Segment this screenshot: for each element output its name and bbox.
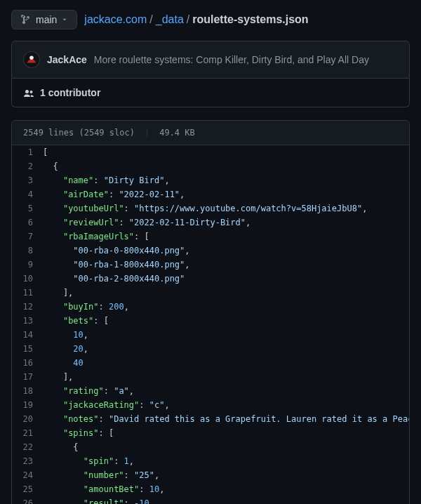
- code-line[interactable]: 12 "buyIn": 200,: [12, 300, 409, 314]
- avatar[interactable]: [23, 51, 40, 68]
- line-number[interactable]: 2: [12, 159, 43, 173]
- code-line[interactable]: 21 "spins": [: [12, 426, 409, 440]
- line-number[interactable]: 4: [12, 187, 43, 201]
- code-line[interactable]: 13 "bets": [: [12, 314, 409, 328]
- code-line[interactable]: 1[: [12, 145, 409, 159]
- line-number[interactable]: 9: [12, 258, 43, 272]
- branch-select-button[interactable]: main: [11, 10, 77, 29]
- code-line[interactable]: 23 "spin": 1,: [12, 454, 409, 468]
- line-number[interactable]: 19: [12, 398, 43, 412]
- contributors-row[interactable]: 1 contributor: [11, 79, 410, 107]
- line-number[interactable]: 16: [12, 356, 43, 370]
- code-line[interactable]: 26 "result": -10: [12, 496, 409, 504]
- line-content: 40: [43, 356, 409, 370]
- line-content: "00-rba-1-800x440.png",: [43, 258, 409, 272]
- line-content: 20,: [43, 342, 409, 356]
- line-number[interactable]: 15: [12, 342, 43, 356]
- line-number[interactable]: 21: [12, 426, 43, 440]
- line-number[interactable]: 5: [12, 201, 43, 215]
- line-content: "amountBet": 10,: [43, 482, 409, 496]
- line-number[interactable]: 18: [12, 384, 43, 398]
- line-number[interactable]: 11: [12, 286, 43, 300]
- commit-message[interactable]: More roulette systems: Comp Killer, Dirt…: [94, 54, 369, 65]
- line-content: "result": -10: [43, 496, 409, 504]
- file-size: 49.4 KB: [159, 128, 195, 138]
- breadcrumb-dir[interactable]: _data: [156, 13, 184, 25]
- line-content: "rating": "a",: [43, 384, 409, 398]
- code-line[interactable]: 15 20,: [12, 342, 409, 356]
- line-content: ],: [43, 370, 409, 384]
- line-number[interactable]: 12: [12, 300, 43, 314]
- line-number[interactable]: 24: [12, 468, 43, 482]
- line-number[interactable]: 22: [12, 440, 43, 454]
- code-line[interactable]: 9 "00-rba-1-800x440.png",: [12, 258, 409, 272]
- line-content: "jackaceRating": "c",: [43, 398, 409, 412]
- code-line[interactable]: 6 "reviewUrl": "2022-02-11-Dirty-Bird",: [12, 215, 409, 230]
- code-line[interactable]: 18 "rating": "a",: [12, 384, 409, 398]
- line-number[interactable]: 14: [12, 328, 43, 342]
- line-content: {: [43, 440, 409, 454]
- latest-commit-box[interactable]: JackAce More roulette systems: Comp Kill…: [11, 41, 410, 79]
- code-line[interactable]: 25 "amountBet": 10,: [12, 482, 409, 496]
- contributors-label: 1 contributor: [40, 87, 100, 98]
- breadcrumb: jackace.com/_data/roulette-systems.json: [84, 13, 308, 26]
- code-line[interactable]: 5 "youtubeUrl": "https://www.youtube.com…: [12, 201, 409, 215]
- line-content: "number": "25",: [43, 468, 409, 482]
- line-content: "reviewUrl": "2022-02-11-Dirty-Bird",: [43, 215, 409, 230]
- code-line[interactable]: 20 "notes": "David rated this as a Grape…: [12, 412, 409, 426]
- line-number[interactable]: 3: [12, 173, 43, 187]
- breadcrumb-repo[interactable]: jackace.com: [84, 13, 147, 25]
- line-number[interactable]: 13: [12, 314, 43, 328]
- line-number[interactable]: 23: [12, 454, 43, 468]
- line-number[interactable]: 25: [12, 482, 43, 496]
- line-content: "00-rba-0-800x440.png",: [43, 244, 409, 258]
- line-number[interactable]: 17: [12, 370, 43, 384]
- breadcrumb-bar: main jackace.com/_data/roulette-systems.…: [0, 0, 421, 37]
- code-line[interactable]: 4 "airDate": "2022-02-11",: [12, 187, 409, 201]
- line-content: "notes": "David rated this as a Grapefru…: [43, 412, 409, 426]
- line-content: {: [43, 159, 409, 173]
- code-line[interactable]: 14 10,: [12, 328, 409, 342]
- code-line[interactable]: 8 "00-rba-0-800x440.png",: [12, 244, 409, 258]
- code-line[interactable]: 10 "00-rba-2-800x440.png": [12, 272, 409, 286]
- code-line[interactable]: 17 ],: [12, 370, 409, 384]
- line-content: ],: [43, 286, 409, 300]
- line-number[interactable]: 1: [12, 145, 43, 159]
- caret-down-icon: [61, 16, 68, 23]
- line-content: "name": "Dirty Bird",: [43, 173, 409, 187]
- branch-name: main: [36, 14, 57, 25]
- line-number[interactable]: 8: [12, 244, 43, 258]
- line-number[interactable]: 26: [12, 496, 43, 504]
- code-line[interactable]: 3 "name": "Dirty Bird",: [12, 173, 409, 187]
- code-line[interactable]: 16 40: [12, 356, 409, 370]
- line-content: "youtubeUrl": "https://www.youtube.com/w…: [43, 201, 409, 215]
- code-line[interactable]: 19 "jackaceRating": "c",: [12, 398, 409, 412]
- line-number[interactable]: 10: [12, 272, 43, 286]
- file-lines: 2549 lines (2549 sloc): [23, 128, 135, 138]
- line-content: 10,: [43, 328, 409, 342]
- line-number[interactable]: 20: [12, 412, 43, 426]
- code-view[interactable]: 1[2 {3 "name": "Dirty Bird",4 "airDate":…: [12, 145, 409, 504]
- svg-point-1: [29, 56, 34, 60]
- line-number[interactable]: 7: [12, 230, 43, 244]
- code-line[interactable]: 11 ],: [12, 286, 409, 300]
- line-content: "rbaImageUrls": [: [43, 230, 409, 244]
- breadcrumb-file: roulette-systems.json: [192, 13, 308, 25]
- line-content: "buyIn": 200,: [43, 300, 409, 314]
- code-line[interactable]: 7 "rbaImageUrls": [: [12, 230, 409, 244]
- code-line[interactable]: 22 {: [12, 440, 409, 454]
- line-content: "bets": [: [43, 314, 409, 328]
- code-line[interactable]: 24 "number": "25",: [12, 468, 409, 482]
- avatar-image: [24, 52, 39, 67]
- line-content: [: [43, 145, 409, 159]
- file-header: 2549 lines (2549 sloc) | 49.4 KB: [12, 121, 409, 145]
- git-branch-icon: [20, 14, 32, 25]
- line-content: "airDate": "2022-02-11",: [43, 187, 409, 201]
- line-content: "spins": [: [43, 426, 409, 440]
- line-number[interactable]: 6: [12, 215, 43, 230]
- line-content: "spin": 1,: [43, 454, 409, 468]
- code-line[interactable]: 2 {: [12, 159, 409, 173]
- line-content: "00-rba-2-800x440.png": [43, 272, 409, 286]
- file-box: 2549 lines (2549 sloc) | 49.4 KB 1[2 {3 …: [11, 120, 410, 504]
- commit-author[interactable]: JackAce: [47, 54, 87, 65]
